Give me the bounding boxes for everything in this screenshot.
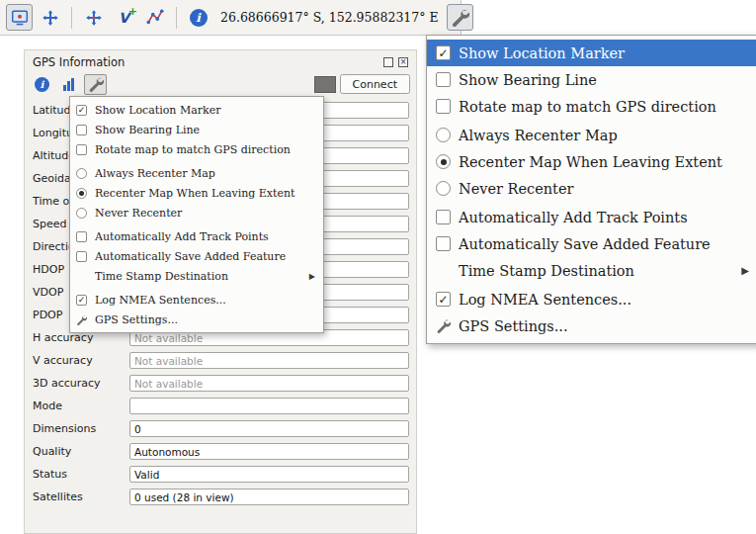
menu-item-label: Rotate map to match GPS direction	[459, 99, 716, 115]
gps-info-button[interactable]: i	[185, 4, 211, 31]
menu-item-label: Show Location Marker	[459, 45, 625, 61]
field-value-input[interactable]: 0	[129, 420, 409, 437]
submenu-arrow-icon: ▶	[741, 265, 749, 276]
info-icon: i	[190, 9, 208, 27]
menu-item-recenter-map-when-leaving-extent[interactable]: Recenter Map When Leaving Extent	[70, 183, 323, 203]
field-value-input[interactable]: Not available	[129, 352, 409, 369]
wrench-icon	[88, 76, 104, 92]
checkbox-unchecked-icon	[436, 99, 451, 114]
info-icon: i	[35, 77, 49, 92]
connect-button[interactable]: Connect	[340, 74, 410, 94]
add-gps-vertex-button[interactable]: V+	[111, 4, 137, 31]
recenter-map-button[interactable]	[37, 4, 63, 31]
menu-item-time-stamp-destination[interactable]: Time Stamp Destination▶	[70, 266, 323, 286]
field-value-input[interactable]: Not available	[129, 375, 409, 392]
checkbox-unchecked-icon	[76, 251, 87, 262]
menu-item-label: GPS Settings...	[95, 313, 178, 326]
field-label: 3D accuracy	[33, 375, 129, 392]
menu-item-automatically-add-track-points[interactable]: Automatically Add Track Points	[427, 204, 756, 230]
four-arrows-icon	[85, 9, 103, 27]
wrench-icon	[451, 8, 469, 27]
menu-item-label: Automatically Add Track Points	[459, 210, 688, 225]
menu-item-always-recenter-map[interactable]: Always Recenter Map	[70, 163, 323, 183]
dark-swatch-button[interactable]	[314, 76, 336, 93]
menu-item-label: Show Bearing Line	[95, 124, 200, 136]
gps-coordinates: 26.68666917° S, 152.95882317° E	[220, 10, 439, 25]
menu-item-label: Rotate map to match GPS direction	[95, 143, 291, 156]
move-to-location-button[interactable]	[80, 4, 107, 31]
radio-selected-icon	[76, 188, 87, 199]
field-row: StatusValid	[33, 466, 409, 483]
checkbox-checked-icon: ✓	[76, 105, 87, 116]
checkbox-checked-icon: ✓	[436, 45, 451, 60]
radio-unselected-icon	[76, 208, 87, 219]
checkbox-unchecked-icon	[436, 72, 451, 87]
menu-item-label: Automatically Save Added Feature	[459, 236, 711, 252]
signal-strength-button[interactable]	[57, 74, 80, 95]
menu-item-recenter-map-when-leaving-extent[interactable]: Recenter Map When Leaving Extent	[427, 148, 756, 175]
gps-panel-toggle-button[interactable]	[6, 4, 33, 31]
menu-item-gps-settings[interactable]: GPS Settings...	[427, 312, 756, 339]
small-menu: ✓Show Location MarkerShow Bearing LineRo…	[69, 96, 324, 333]
menu-item-automatically-save-added-feature[interactable]: Automatically Save Added Feature	[70, 246, 323, 266]
menu-item-label: Log NMEA Sentences...	[95, 294, 226, 307]
panel-title: GPS Information	[33, 55, 125, 69]
menu-item-show-bearing-line[interactable]: Show Bearing Line	[70, 120, 323, 139]
panel-toolbar: i Connect	[25, 72, 416, 98]
radio-unselected-icon	[76, 168, 87, 179]
menu-item-show-location-marker[interactable]: ✓Show Location Marker	[427, 40, 756, 66]
menu-item-never-recenter[interactable]: Never Recenter	[427, 175, 756, 202]
panel-settings-menu-button[interactable]	[84, 74, 107, 95]
menu-item-label: Never Recenter	[459, 181, 573, 197]
panel-window-buttons: ×	[383, 57, 408, 67]
checkbox-unchecked-icon	[436, 236, 451, 251]
gps-track-button[interactable]	[141, 4, 168, 31]
close-icon[interactable]: ×	[398, 57, 408, 67]
add-vertex-icon: V+	[119, 10, 129, 26]
menu-item-show-location-marker[interactable]: ✓Show Location Marker	[70, 100, 323, 120]
menu-indent-spacer	[76, 271, 87, 282]
gps-track-icon	[146, 9, 164, 27]
menu-item-label: Recenter Map When Leaving Extent	[459, 154, 722, 170]
checkbox-unchecked-icon	[76, 144, 87, 155]
toolbar-separator	[71, 7, 72, 29]
field-label: Status	[33, 466, 129, 483]
menu-item-label: Time Stamp Destination	[459, 263, 634, 279]
field-value-input[interactable]	[129, 398, 409, 414]
menu-item-time-stamp-destination[interactable]: Time Stamp Destination▶	[427, 257, 756, 284]
menu-item-automatically-add-track-points[interactable]: Automatically Add Track Points	[70, 226, 323, 246]
menu-item-always-recenter-map[interactable]: Always Recenter Map	[427, 122, 756, 148]
menu-item-label: Automatically Add Track Points	[95, 230, 269, 243]
field-label: Dimensions	[33, 420, 129, 437]
checkbox-checked-icon: ✓	[436, 292, 451, 307]
radio-unselected-icon	[436, 128, 451, 142]
undock-icon[interactable]	[383, 57, 393, 67]
menu-item-never-recenter[interactable]: Never Recenter	[70, 203, 323, 222]
menu-item-label: Automatically Save Added Feature	[95, 250, 286, 263]
field-row: Dimensions0	[33, 420, 409, 437]
menu-item-show-bearing-line[interactable]: Show Bearing Line	[427, 66, 756, 93]
menu-item-label: Always Recenter Map	[95, 167, 215, 180]
checkbox-unchecked-icon	[436, 210, 451, 224]
checkbox-checked-icon: ✓	[76, 295, 87, 306]
field-label: Mode	[33, 398, 129, 414]
menu-item-rotate-map-to-match-gps-direction[interactable]: Rotate map to match GPS direction	[427, 93, 756, 120]
field-value-input[interactable]: Autonomous	[129, 443, 409, 460]
checkbox-unchecked-icon	[76, 231, 87, 242]
four-arrows-icon	[42, 9, 59, 27]
menu-item-log-nmea-sentences[interactable]: ✓Log NMEA Sentences...	[427, 286, 756, 312]
wrench-icon	[436, 318, 451, 333]
field-value-input[interactable]: 0 used (28 in view)	[129, 489, 409, 505]
radio-selected-icon	[436, 154, 451, 169]
gps-panel-icon	[11, 9, 29, 27]
menu-item-automatically-save-added-feature[interactable]: Automatically Save Added Feature	[427, 230, 756, 257]
toolbar-separator	[176, 7, 177, 29]
field-value-input[interactable]: Valid	[129, 466, 409, 483]
wrench-icon	[436, 318, 451, 333]
panel-info-button[interactable]: i	[31, 74, 53, 95]
gps-settings-menu-button[interactable]	[447, 4, 473, 31]
menu-item-gps-settings[interactable]: GPS Settings...	[70, 310, 323, 329]
menu-item-log-nmea-sentences[interactable]: ✓Log NMEA Sentences...	[70, 290, 323, 310]
field-label: Quality	[33, 443, 129, 460]
menu-item-rotate-map-to-match-gps-direction[interactable]: Rotate map to match GPS direction	[70, 139, 323, 159]
